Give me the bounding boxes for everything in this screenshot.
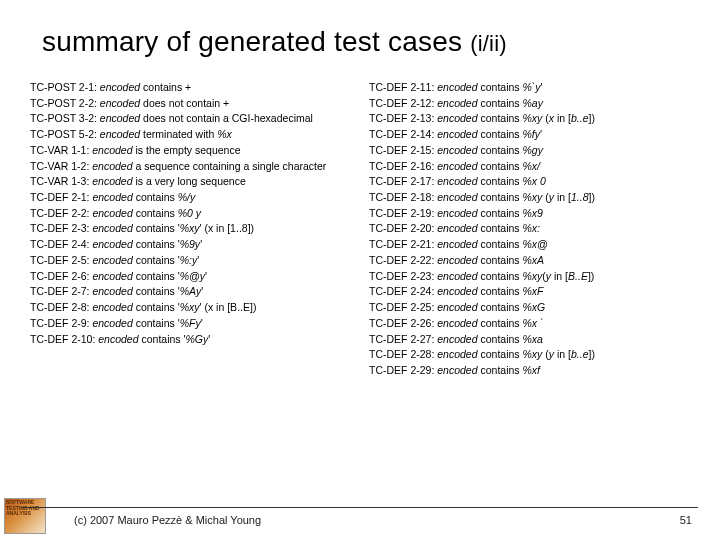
right-column: TC-DEF 2-11: encoded contains %`y'TC-DEF… <box>369 80 690 379</box>
test-case-line: TC-DEF 2-6: encoded contains '%@y' <box>30 269 351 284</box>
test-case-line: TC-DEF 2-19: encoded contains %x9 <box>369 206 690 221</box>
left-column: TC-POST 2-1: encoded contains +TC-POST 2… <box>30 80 351 379</box>
test-case-line: TC-DEF 2-7: encoded contains '%Ay' <box>30 284 351 299</box>
test-case-line: TC-DEF 2-27: encoded contains %xa <box>369 332 690 347</box>
test-case-line: TC-DEF 2-13: encoded contains %xy (x in … <box>369 111 690 126</box>
footer-bar: (c) 2007 Mauro Pezzè & Michal Young 51 <box>22 507 698 526</box>
test-case-line: TC-DEF 2-22: encoded contains %xA <box>369 253 690 268</box>
test-case-line: TC-DEF 2-21: encoded contains %x@ <box>369 237 690 252</box>
test-case-line: TC-DEF 2-28: encoded contains %xy (y in … <box>369 347 690 362</box>
test-case-line: TC-DEF 2-24: encoded contains %xF <box>369 284 690 299</box>
test-case-line: TC-DEF 2-23: encoded contains %xy(y in [… <box>369 269 690 284</box>
test-case-line: TC-POST 2-2: encoded does not contain + <box>30 96 351 111</box>
test-case-line: TC-DEF 2-20: encoded contains %x: <box>369 221 690 236</box>
test-case-line: TC-DEF 2-2: encoded contains %0 y <box>30 206 351 221</box>
page-number: 51 <box>680 514 692 526</box>
title-sub: (i/ii) <box>470 31 507 56</box>
test-case-line: TC-DEF 2-11: encoded contains %`y' <box>369 80 690 95</box>
test-case-line: TC-DEF 2-14: encoded contains %fy' <box>369 127 690 142</box>
test-case-line: TC-VAR 1-1: encoded is the empty sequenc… <box>30 143 351 158</box>
test-case-line: TC-DEF 2-3: encoded contains '%xy' (x in… <box>30 221 351 236</box>
test-case-line: TC-DEF 2-16: encoded contains %x/ <box>369 159 690 174</box>
copyright-text: (c) 2007 Mauro Pezzè & Michal Young <box>74 514 261 526</box>
content-columns: TC-POST 2-1: encoded contains +TC-POST 2… <box>30 80 690 379</box>
test-case-line: TC-DEF 2-25: encoded contains %xG <box>369 300 690 315</box>
test-case-line: TC-DEF 2-12: encoded contains %ay <box>369 96 690 111</box>
test-case-line: TC-VAR 1-2: encoded a sequence containin… <box>30 159 351 174</box>
test-case-line: TC-DEF 2-17: encoded contains %x 0 <box>369 174 690 189</box>
test-case-line: TC-DEF 2-15: encoded contains %gy <box>369 143 690 158</box>
test-case-line: TC-DEF 2-18: encoded contains %xy (y in … <box>369 190 690 205</box>
test-case-line: TC-DEF 2-4: encoded contains '%9y' <box>30 237 351 252</box>
title-main: summary of generated test cases <box>42 26 462 57</box>
test-case-line: TC-DEF 2-9: encoded contains '%Fy' <box>30 316 351 331</box>
test-case-line: TC-POST 3-2: encoded does not contain a … <box>30 111 351 126</box>
test-case-line: TC-DEF 2-5: encoded contains '%:y' <box>30 253 351 268</box>
slide-title: summary of generated test cases (i/ii) <box>42 26 690 58</box>
test-case-line: TC-VAR 1-3: encoded is a very long seque… <box>30 174 351 189</box>
test-case-line: TC-DEF 2-26: encoded contains %x ` <box>369 316 690 331</box>
test-case-line: TC-POST 5-2: encoded terminated with %x <box>30 127 351 142</box>
test-case-line: TC-DEF 2-29: encoded contains %xf <box>369 363 690 378</box>
test-case-line: TC-DEF 2-10: encoded contains '%Gy' <box>30 332 351 347</box>
test-case-line: TC-DEF 2-8: encoded contains '%xy' (x in… <box>30 300 351 315</box>
test-case-line: TC-POST 2-1: encoded contains + <box>30 80 351 95</box>
test-case-line: TC-DEF 2-1: encoded contains %/y <box>30 190 351 205</box>
